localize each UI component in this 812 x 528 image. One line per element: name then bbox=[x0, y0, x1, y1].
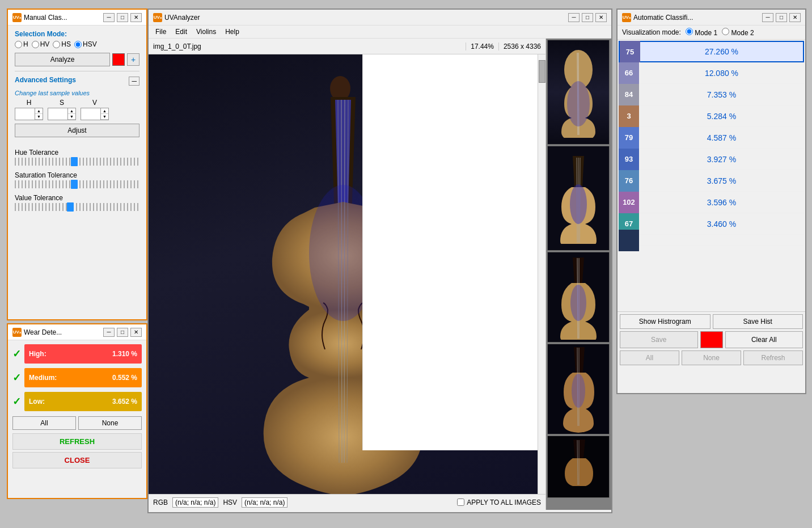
wear-close-btn[interactable]: ✕ bbox=[130, 328, 142, 337]
thumbnail-1[interactable] bbox=[547, 40, 610, 145]
class-item-66[interactable]: 66 12.080 % bbox=[619, 62, 804, 84]
wear-refresh-button[interactable]: REFRESH bbox=[12, 433, 142, 450]
manual-window-titlebar: UVa Manual Clas... ─ □ ✕ bbox=[8, 10, 146, 26]
mode1-label: Mode 1 bbox=[695, 29, 717, 37]
auto-window-titlebar: UVa Automatic Classifi... ─ □ ✕ bbox=[618, 10, 805, 26]
medium-checkmark: ✓ bbox=[12, 371, 21, 384]
radio-hs[interactable]: HS bbox=[53, 40, 71, 48]
manual-classification-window: UVa Manual Clas... ─ □ ✕ Selection Mode:… bbox=[7, 9, 147, 320]
none-btn[interactable]: None bbox=[682, 350, 741, 365]
class-num-76: 76 bbox=[619, 170, 639, 192]
class-item-79[interactable]: 79 4.587 % bbox=[619, 127, 804, 149]
scroll-thumb[interactable] bbox=[539, 60, 545, 83]
s-up-btn[interactable]: ▲ bbox=[68, 108, 75, 114]
auto-minimize-btn[interactable]: ─ bbox=[762, 13, 773, 22]
class-num-79: 79 bbox=[619, 127, 639, 149]
hue-tolerance-label: Hue Tolerance bbox=[15, 149, 139, 157]
h-label: H bbox=[27, 99, 32, 107]
wear-maximize-btn[interactable]: □ bbox=[117, 328, 128, 337]
refresh-btn[interactable]: Refresh bbox=[743, 350, 803, 365]
manual-close-btn[interactable]: ✕ bbox=[130, 13, 142, 22]
medium-wear-value: 0.552 % bbox=[112, 374, 137, 382]
apply-all-checkbox[interactable] bbox=[457, 499, 464, 506]
class-num-84: 84 bbox=[619, 84, 639, 105]
thumbnail-5[interactable] bbox=[547, 436, 610, 498]
menubar: File Edit Violins Help bbox=[149, 26, 611, 39]
color-swatch bbox=[112, 53, 125, 66]
show-histogram-btn[interactable]: Show Histrogram bbox=[620, 314, 710, 329]
uv-close-btn[interactable]: ✕ bbox=[595, 13, 607, 22]
all-btn[interactable]: All bbox=[620, 350, 679, 365]
v-down-btn[interactable]: ▼ bbox=[101, 114, 108, 120]
auto-maximize-btn[interactable]: □ bbox=[776, 13, 787, 22]
thumbnail-panel[interactable] bbox=[546, 39, 611, 510]
hue-tolerance-slider[interactable] bbox=[15, 158, 139, 166]
save-hist-btn[interactable]: Save Hist bbox=[713, 314, 803, 329]
uv-window-title: UVAnalyzer bbox=[164, 14, 200, 22]
menu-help[interactable]: Help bbox=[221, 27, 244, 37]
manual-maximize-btn[interactable]: □ bbox=[117, 13, 128, 22]
apply-all-checkbox-container[interactable]: APPLY TO ALL IMAGES bbox=[457, 499, 541, 506]
collapse-btn[interactable]: ─ bbox=[129, 77, 139, 86]
mode1-radio[interactable]: Mode 1 bbox=[686, 28, 717, 37]
menu-violins[interactable]: Violins bbox=[192, 27, 221, 37]
radio-h[interactable]: H bbox=[15, 40, 28, 48]
menu-edit[interactable]: Edit bbox=[171, 27, 192, 37]
class-item-75[interactable]: 75 27.260 % bbox=[619, 41, 804, 62]
mode2-radio[interactable]: Mode 2 bbox=[722, 28, 754, 37]
sat-tolerance-slider[interactable] bbox=[15, 180, 139, 188]
thumbnail-3[interactable] bbox=[547, 252, 610, 343]
s-input[interactable]: 10 bbox=[48, 108, 67, 120]
add-color-btn[interactable]: + bbox=[127, 53, 139, 66]
analyze-button[interactable]: Analyze bbox=[15, 53, 110, 66]
hsv-label: HSV bbox=[223, 499, 237, 506]
svg-point-7 bbox=[570, 184, 587, 224]
h-input[interactable]: 294 bbox=[15, 108, 35, 120]
class-item-last[interactable] bbox=[619, 235, 804, 246]
class-item-84[interactable]: 84 7.353 % bbox=[619, 84, 804, 105]
image-container[interactable] bbox=[149, 54, 538, 494]
val-slider-thumb[interactable] bbox=[67, 202, 74, 212]
s-down-btn[interactable]: ▼ bbox=[68, 114, 75, 120]
class-list: 75 27.260 % 66 12.080 % 84 7.353 % 3 5.2… bbox=[618, 40, 805, 312]
radio-hv[interactable]: HV bbox=[32, 40, 50, 48]
h-down-btn[interactable]: ▼ bbox=[35, 114, 43, 120]
thumbnail-4[interactable] bbox=[547, 344, 610, 434]
class-item-76[interactable]: 76 3.675 % bbox=[619, 170, 804, 192]
save-btn[interactable]: Save bbox=[620, 331, 698, 348]
wear-all-button[interactable]: All bbox=[12, 416, 76, 430]
thumb-violin-3 bbox=[559, 255, 598, 340]
uv-minimize-btn[interactable]: ─ bbox=[568, 13, 580, 22]
menu-file[interactable]: File bbox=[151, 27, 171, 37]
v-up-btn[interactable]: ▲ bbox=[101, 108, 108, 114]
adjust-button[interactable]: Adjust bbox=[15, 124, 139, 137]
advanced-settings-label: Advanced Settings bbox=[15, 76, 76, 84]
class-num-last bbox=[619, 230, 639, 251]
wear-none-button[interactable]: None bbox=[78, 416, 142, 430]
medium-wear-box: Medium: 0.552 % bbox=[24, 368, 142, 387]
class-num-66: 66 bbox=[619, 62, 639, 84]
wear-close-button[interactable]: CLOSE bbox=[12, 452, 142, 468]
class-item-102[interactable]: 102 3.596 % bbox=[619, 192, 804, 213]
v-input[interactable]: 45 bbox=[81, 108, 100, 120]
thumbnail-2[interactable] bbox=[547, 146, 610, 251]
uv-maximize-btn[interactable]: □ bbox=[582, 13, 593, 22]
class-pct-66: 12.080 % bbox=[639, 69, 804, 78]
zoom-level: 17.44% bbox=[466, 43, 498, 50]
clear-all-btn[interactable]: Clear All bbox=[725, 331, 803, 348]
class-item-93[interactable]: 93 3.927 % bbox=[619, 149, 804, 170]
manual-minimize-btn[interactable]: ─ bbox=[103, 13, 115, 22]
auto-footer: Show Histrogram Save Hist Save Clear All… bbox=[618, 312, 805, 370]
auto-close-btn[interactable]: ✕ bbox=[789, 13, 801, 22]
wear-content: ✓ High: 1.310 % ✓ Medium: 0.552 % ✓ Low:… bbox=[8, 340, 146, 472]
h-up-btn[interactable]: ▲ bbox=[35, 108, 43, 114]
manual-window-icon: UVa bbox=[12, 13, 22, 22]
wear-minimize-btn[interactable]: ─ bbox=[103, 328, 115, 337]
vertical-scrollbar[interactable] bbox=[538, 54, 545, 494]
val-tolerance-slider[interactable] bbox=[15, 203, 139, 211]
sat-slider-thumb[interactable] bbox=[71, 180, 78, 189]
radio-hsv[interactable]: HSV bbox=[74, 40, 97, 48]
class-item-67[interactable]: 67 3.460 % bbox=[619, 213, 804, 235]
hue-slider-thumb[interactable] bbox=[71, 157, 78, 166]
class-item-3[interactable]: 3 5.284 % bbox=[619, 105, 804, 127]
